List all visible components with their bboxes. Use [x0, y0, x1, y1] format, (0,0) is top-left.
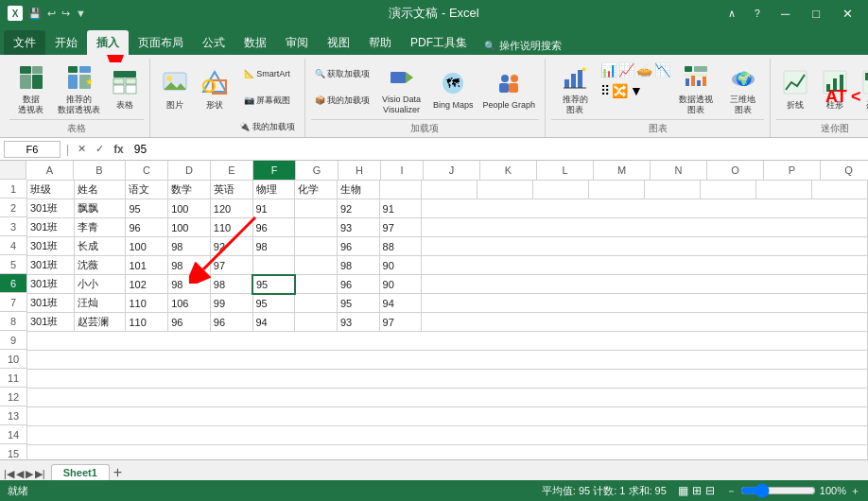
- zoom-in-btn[interactable]: ＋: [850, 484, 860, 498]
- row-header-8[interactable]: 8: [0, 312, 26, 331]
- cell-G7[interactable]: [295, 294, 338, 313]
- get-addins-btn[interactable]: 🔍 获取加载项: [311, 60, 374, 87]
- zoom-slider[interactable]: [740, 483, 816, 498]
- cell-C2[interactable]: 95: [126, 199, 168, 218]
- cell-H7[interactable]: 95: [337, 294, 379, 313]
- col-header-N[interactable]: N: [651, 161, 707, 180]
- cell-rest-2[interactable]: [422, 199, 868, 218]
- cell-I8[interactable]: 97: [379, 313, 422, 332]
- add-sheet-btn[interactable]: +: [110, 465, 126, 480]
- tab-formula[interactable]: 公式: [193, 30, 234, 55]
- help-btn[interactable]: ?: [749, 8, 766, 19]
- cell-F7[interactable]: 95: [252, 294, 295, 313]
- cell-N1[interactable]: [645, 181, 701, 199]
- cell-H3[interactable]: 93: [337, 218, 379, 237]
- cell-rest-5[interactable]: [422, 256, 868, 275]
- tab-data[interactable]: 数据: [234, 30, 276, 55]
- cell-C4[interactable]: 100: [126, 237, 168, 256]
- people-graph-btn[interactable]: People Graph: [479, 60, 540, 117]
- next-sheet-btn[interactable]: ▶: [26, 468, 33, 480]
- row-header-3[interactable]: 3: [0, 217, 26, 236]
- cell-C6[interactable]: 102: [126, 275, 168, 294]
- cell-C8[interactable]: 110: [126, 313, 168, 332]
- my-addins-small-btn[interactable]: 🔌 我的加载项: [235, 113, 299, 138]
- line-sparkline-btn[interactable]: 折线: [776, 60, 814, 117]
- shapes-btn[interactable]: 形状: [196, 60, 234, 117]
- search-box[interactable]: 🔍 操作说明搜索: [477, 37, 569, 55]
- page-break-btn[interactable]: ⊟: [705, 484, 715, 497]
- row-header-11[interactable]: 11: [0, 369, 26, 388]
- row-header-15[interactable]: 15: [0, 444, 26, 459]
- cell-H2[interactable]: 92: [337, 199, 379, 218]
- cell-H1[interactable]: 生物: [337, 181, 379, 199]
- scatter-chart-icon[interactable]: ⠿: [600, 83, 610, 98]
- cell-A5[interactable]: 301班: [27, 256, 75, 275]
- bar-chart-icon[interactable]: 📉: [654, 62, 670, 78]
- col-header-F[interactable]: F: [253, 161, 296, 180]
- minimize-btn[interactable]: ─: [773, 5, 797, 23]
- row-header-10[interactable]: 10: [0, 350, 26, 369]
- cell-B8[interactable]: 赵芸澜: [74, 313, 126, 332]
- row-header-7[interactable]: 7: [0, 293, 26, 312]
- col-header-A[interactable]: A: [26, 161, 74, 180]
- recommended-pivot-btn[interactable]: ★ 推荐的数据透视表: [54, 60, 104, 117]
- page-layout-btn[interactable]: ⊞: [692, 484, 702, 497]
- cell-J1[interactable]: [422, 181, 477, 199]
- cell-F6[interactable]: 95: [252, 275, 295, 294]
- cell-B1[interactable]: 姓名: [74, 181, 126, 199]
- first-sheet-btn[interactable]: |◀: [4, 468, 14, 480]
- tab-help[interactable]: 帮助: [359, 30, 401, 55]
- col-header-O[interactable]: O: [707, 161, 764, 180]
- zoom-out-btn[interactable]: －: [726, 484, 737, 498]
- cell-G4[interactable]: [295, 237, 338, 256]
- cell-E7[interactable]: 99: [210, 294, 252, 313]
- cell-E8[interactable]: 96: [210, 313, 252, 332]
- tab-review[interactable]: 审阅: [276, 30, 318, 55]
- my-addins-btn[interactable]: 📦 我的加载项: [311, 87, 374, 113]
- column-chart-icon[interactable]: 📊: [600, 62, 616, 78]
- tab-file[interactable]: 文件: [4, 30, 45, 55]
- cell-F1[interactable]: 物理: [252, 181, 295, 199]
- winloss-sparkline-btn[interactable]: 盈亏: [856, 60, 868, 117]
- smartart-btn[interactable]: 📐 SmartArt: [235, 60, 299, 87]
- cell-A2[interactable]: 301班: [27, 199, 75, 218]
- cell-K1[interactable]: [477, 181, 533, 199]
- cell-I6[interactable]: 90: [379, 275, 422, 294]
- maximize-btn[interactable]: □: [805, 5, 827, 23]
- col-header-G[interactable]: G: [296, 161, 339, 180]
- row-header-12[interactable]: 12: [0, 388, 26, 406]
- cell-A7[interactable]: 301班: [27, 294, 75, 313]
- cell-A6[interactable]: 301班: [27, 275, 75, 294]
- cell-rest-7[interactable]: [422, 294, 868, 313]
- col-header-P[interactable]: P: [764, 161, 821, 180]
- visio-btn[interactable]: Visio DataVisualizer: [375, 60, 427, 117]
- col-header-E[interactable]: E: [211, 161, 253, 180]
- cell-rest-6[interactable]: [422, 275, 868, 294]
- cell-C3[interactable]: 96: [126, 218, 168, 237]
- cancel-formula-icon[interactable]: ✕: [75, 142, 89, 156]
- quick-access-save[interactable]: 💾: [28, 8, 42, 20]
- cell-rest-8[interactable]: [422, 313, 868, 332]
- cell-D2[interactable]: 100: [168, 199, 211, 218]
- cell-F2[interactable]: 91: [252, 199, 295, 218]
- cell-C1[interactable]: 语文: [126, 181, 168, 199]
- cell-H8[interactable]: 93: [337, 313, 379, 332]
- cell-G3[interactable]: [295, 218, 338, 237]
- cell-E1[interactable]: 英语: [210, 181, 252, 199]
- row-header-4[interactable]: 4: [0, 236, 26, 255]
- cell-C5[interactable]: 101: [126, 256, 168, 275]
- col-header-L[interactable]: L: [537, 161, 594, 180]
- bing-maps-btn[interactable]: 🗺 Bing Maps: [429, 60, 477, 117]
- cell-H4[interactable]: 96: [337, 237, 379, 256]
- cell-M1[interactable]: [589, 181, 645, 199]
- cell-E5[interactable]: 97: [210, 256, 252, 275]
- cell-G8[interactable]: [295, 313, 338, 332]
- cell-A3[interactable]: 301班: [27, 218, 75, 237]
- prev-sheet-btn[interactable]: ◀: [16, 468, 24, 480]
- row-header-2[interactable]: 2: [0, 199, 26, 217]
- cell-B5[interactable]: 沈薇: [74, 256, 126, 275]
- cell-D4[interactable]: 98: [168, 237, 211, 256]
- cell-O1[interactable]: [700, 181, 755, 199]
- cell-E3[interactable]: 110: [210, 218, 252, 237]
- row-header-13[interactable]: 13: [0, 406, 26, 425]
